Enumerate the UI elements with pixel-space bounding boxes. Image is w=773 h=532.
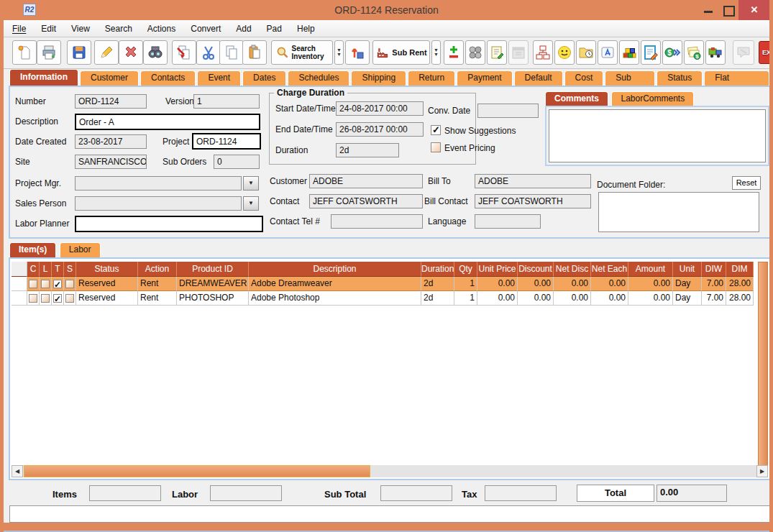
close-button[interactable]: ✕ — [738, 0, 770, 20]
tab-labor[interactable]: Labor — [60, 242, 101, 257]
menu-convert[interactable]: Convert — [191, 24, 221, 34]
delete-button[interactable] — [119, 40, 143, 65]
scroll-left-arrow[interactable]: ◀ — [12, 465, 23, 477]
table-cell[interactable]: Adobe Photoshop — [249, 291, 421, 306]
find-button[interactable] — [143, 40, 168, 65]
table-row-check[interactable] — [40, 291, 52, 306]
tab-information[interactable]: Information — [9, 69, 78, 86]
table-row-check[interactable] — [52, 277, 64, 291]
contact-tel-field[interactable] — [331, 214, 423, 229]
billing-forward-button[interactable]: $ — [662, 40, 682, 65]
menu-add[interactable]: Add — [236, 24, 251, 34]
tab-shipping[interactable]: Shipping — [351, 70, 406, 86]
description-field[interactable]: Order - A — [75, 114, 260, 130]
table-cell[interactable]: 7.00 — [702, 277, 726, 291]
table-cell[interactable]: Rent — [138, 291, 177, 306]
copy-button[interactable] — [219, 40, 244, 65]
menu-edit[interactable]: Edit — [41, 24, 56, 34]
tab-dates[interactable]: Dates — [242, 70, 286, 86]
column-header-l[interactable]: L — [40, 262, 52, 277]
table-row-check[interactable] — [64, 277, 76, 291]
contact-button[interactable] — [554, 40, 575, 65]
table-cell[interactable]: 0.00 — [628, 291, 673, 306]
menu-search[interactable]: Search — [105, 24, 132, 34]
delivery-button[interactable] — [705, 40, 726, 65]
version-field[interactable]: 1 — [193, 94, 260, 109]
cut-button[interactable] — [196, 40, 221, 65]
menu-actions[interactable]: Actions — [147, 24, 175, 34]
tab-contacts[interactable]: Contacts — [140, 70, 196, 86]
project-mgr-dropdown-button[interactable]: ▼ — [243, 176, 259, 191]
maximize-button[interactable] — [718, 0, 737, 20]
table-cell[interactable]: 28.00 — [726, 291, 754, 306]
table-cell[interactable]: 1 — [454, 277, 477, 291]
tab-sub-total[interactable]: Sub Total — [605, 70, 655, 86]
labor-planner-field[interactable] — [75, 216, 263, 232]
column-header-s[interactable]: S — [64, 262, 76, 277]
table-cell[interactable]: 7.00 — [702, 291, 726, 306]
column-header-action[interactable]: Action — [138, 262, 177, 277]
table-cell[interactable]: Reserved — [76, 291, 138, 306]
scroll-thumb[interactable] — [24, 465, 370, 477]
save-button[interactable] — [67, 40, 91, 65]
column-header-net-disc[interactable]: Net Disc — [554, 262, 591, 277]
add-remove-button[interactable] — [444, 40, 464, 65]
table-cell[interactable]: 28.00 — [726, 277, 754, 291]
org-chart-button[interactable] — [533, 40, 553, 65]
history-folder-button[interactable] — [576, 40, 596, 65]
column-header-status[interactable]: Status — [76, 262, 138, 277]
column-header-duration[interactable]: Duration — [421, 262, 454, 277]
tab-schedules[interactable]: Schedules — [288, 70, 349, 86]
event-pricing-checkbox[interactable] — [431, 142, 441, 152]
column-header-net-each[interactable]: Net Each — [591, 262, 628, 277]
transfer-button[interactable] — [345, 40, 370, 65]
customer-field[interactable]: ADOBE — [309, 174, 423, 188]
tab-payment[interactable]: Payment — [457, 70, 512, 86]
table-cell[interactable]: Rent — [138, 277, 177, 291]
search-inventory-button[interactable]: Search Inventory — [271, 40, 333, 65]
menu-help[interactable]: Help — [297, 24, 315, 34]
sub-rent-more-button[interactable]: ▼▼ — [431, 40, 441, 65]
tab-cost[interactable]: Cost — [564, 70, 604, 86]
column-header-amount[interactable]: Amount — [628, 262, 673, 277]
tab-labor-comments[interactable]: LaborComments — [611, 91, 694, 106]
project-field[interactable]: ORD-1124 — [192, 133, 261, 150]
copy-special-button[interactable] — [172, 40, 196, 65]
tab-event[interactable]: Event — [197, 70, 241, 86]
table-cell[interactable]: Day — [673, 291, 702, 306]
menu-pad[interactable]: Pad — [267, 24, 282, 34]
project-mgr-field[interactable] — [75, 176, 242, 191]
menu-file[interactable]: File — [12, 24, 26, 34]
notes-button[interactable] — [487, 40, 507, 65]
column-header-unit-price[interactable]: Unit Price — [477, 262, 518, 277]
table-cell[interactable]: 2d — [421, 291, 454, 306]
tab-comments[interactable]: Comments — [545, 91, 608, 106]
table-cell[interactable]: 0.00 — [591, 291, 628, 306]
comments-textarea[interactable] — [549, 109, 766, 162]
bill-contact-field[interactable]: JEFF COATSWORTH — [475, 194, 591, 208]
reset-button[interactable]: Reset — [732, 176, 761, 190]
table-cell[interactable]: 1 — [454, 291, 477, 306]
scroll-right-arrow[interactable]: ▶ — [756, 465, 768, 477]
table-row-check[interactable] — [64, 291, 76, 306]
exit-button[interactable]: EXIT — [759, 41, 773, 64]
bill-to-field[interactable]: ADOBE — [475, 174, 591, 188]
column-header-diw[interactable]: DIW — [702, 262, 726, 277]
table-cell[interactable]: 0.00 — [477, 291, 518, 306]
column-header-description[interactable]: Description — [249, 262, 421, 277]
inventory-cubes-button[interactable] — [619, 40, 639, 65]
new-document-button[interactable] — [12, 40, 37, 65]
document-folder-box[interactable] — [598, 192, 759, 232]
contact-field[interactable]: JEFF COATSWORTH — [309, 194, 423, 208]
tab-return[interactable]: Return — [408, 70, 455, 86]
table-row-check[interactable] — [27, 277, 40, 291]
table-cell[interactable]: Day — [673, 277, 702, 291]
edit-note-button[interactable] — [641, 40, 661, 65]
tab-default[interactable]: Default — [514, 70, 563, 86]
column-header-c[interactable]: C — [27, 262, 40, 277]
table-cell[interactable]: PHOTOSHOP — [177, 291, 249, 306]
column-header-product-id[interactable]: Product ID — [177, 262, 249, 277]
table-cell[interactable]: 0.00 — [518, 291, 554, 306]
menu-view[interactable]: View — [71, 24, 90, 34]
paste-button[interactable] — [242, 40, 267, 65]
